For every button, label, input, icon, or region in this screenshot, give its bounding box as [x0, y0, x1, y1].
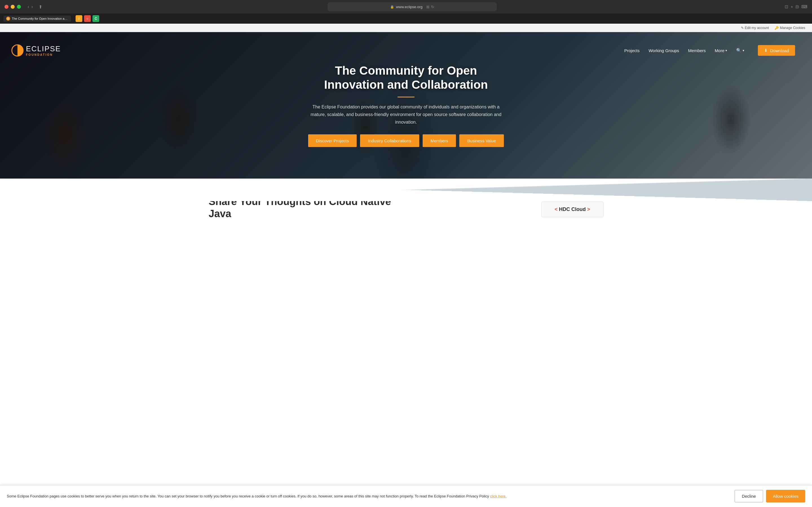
below-fold-title: Share Your Thoughts on Cloud NativeJava [209, 195, 530, 220]
hero-buttons: Discover Projects Industry Collaboration… [305, 134, 507, 147]
business-value-label: Business Value [467, 138, 496, 143]
hero-content: The Community for Open Innovation and Co… [299, 64, 513, 147]
tab-icon-green[interactable]: C [93, 15, 99, 22]
below-fold-section: Share Your Thoughts on Cloud NativeJava … [0, 179, 812, 234]
key-icon: 🔑 [774, 26, 779, 30]
nav-members-label: Members [688, 48, 706, 53]
download-button[interactable]: ⬇ Download [758, 45, 795, 56]
nav-working-groups-label: Working Groups [649, 48, 679, 53]
below-fold-inner: Share Your Thoughts on Cloud NativeJava … [209, 195, 603, 223]
main-navigation: ECLIPSE FOUNDATION Projects Working Grou… [0, 41, 812, 60]
discover-projects-label: Discover Projects [316, 138, 349, 143]
logo-icon [11, 44, 24, 57]
nav-links: Projects Working Groups Members More ▾ 🔍… [624, 45, 795, 56]
ad-content: HDC Cloud [559, 207, 587, 212]
edit-account-link[interactable]: ✎ Edit my account [741, 26, 769, 30]
back-button[interactable]: ‹ [28, 4, 29, 9]
industry-collaborations-label: Industry Collaborations [368, 138, 411, 143]
forward-button[interactable]: › [31, 4, 33, 9]
business-value-button[interactable]: Business Value [459, 134, 504, 147]
members-button[interactable]: Members [423, 134, 456, 147]
nav-projects-label: Projects [624, 48, 640, 53]
lock-icon: 🔒 [390, 5, 394, 9]
nav-projects[interactable]: Projects [624, 48, 640, 53]
share-icon[interactable]: ⬆ [39, 4, 42, 10]
website-wrapper: ✎ Edit my account 🔑 Manage Cookies ECLIP… [0, 24, 812, 234]
hero-divider [398, 97, 414, 98]
site-logo[interactable]: ECLIPSE FOUNDATION [11, 44, 61, 57]
minimize-button[interactable] [11, 5, 15, 9]
keyboard-icon[interactable]: ⌨ [801, 4, 808, 9]
utility-bar: ✎ Edit my account 🔑 Manage Cookies [0, 24, 812, 32]
download-icon: ⬇ [764, 48, 768, 53]
logo-eclipse-text: ECLIPSE [26, 45, 61, 53]
sidebar-toggle-icon[interactable]: ⊟ [795, 4, 799, 9]
manage-cookies-label: Manage Cookies [780, 26, 805, 30]
tab-favicon: E [6, 17, 10, 20]
below-fold-title-line2: Java [209, 208, 231, 219]
hero-title: The Community for Open Innovation and Co… [305, 64, 507, 92]
nav-members[interactable]: Members [688, 48, 706, 53]
window-controls [4, 5, 21, 9]
browser-actions: ⊡ + ⊟ ⌨ [784, 4, 808, 9]
search-icon: 🔍 [736, 48, 742, 53]
nav-working-groups[interactable]: Working Groups [649, 48, 679, 53]
close-button[interactable] [4, 5, 8, 9]
browser-chrome: ‹ › ⬆ 🔒 www.eclipse.org ⊞ ↻ ⊡ + ⊟ ⌨ [0, 0, 812, 13]
hero-description: The Eclipse Foundation provides our glob… [305, 103, 507, 126]
address-bar[interactable]: 🔒 www.eclipse.org ⊞ ↻ [327, 2, 497, 11]
new-tab-icon[interactable]: + [791, 4, 793, 9]
members-label: Members [430, 138, 448, 143]
reload-icon[interactable]: ↻ [431, 5, 434, 9]
logo-text-group: ECLIPSE FOUNDATION [26, 45, 61, 56]
share-icon-area: ⬆ [39, 4, 42, 10]
tab-icon-red[interactable]: ○ [84, 15, 91, 22]
discover-projects-button[interactable]: Discover Projects [308, 134, 357, 147]
below-fold-title-text: Share Your Thoughts on Cloud NativeJava [209, 196, 391, 219]
reader-icon[interactable]: ⊞ [426, 5, 429, 9]
edit-icon: ✎ [741, 26, 744, 30]
tab-icon-yellow[interactable]: i [75, 15, 82, 22]
chevron-down-icon-search: ▾ [743, 49, 744, 52]
ad-text: < HDC Cloud > [546, 207, 599, 212]
nav-more-label: More [715, 48, 724, 53]
active-tab[interactable]: E The Community for Open Innovation and … [3, 15, 71, 22]
industry-collaborations-button[interactable]: Industry Collaborations [360, 134, 419, 147]
url-text: www.eclipse.org [396, 5, 422, 9]
download-label: Download [770, 48, 789, 53]
maximize-button[interactable] [17, 5, 21, 9]
sponsored-sidebar: Sponsored Ad < HDC Cloud > [541, 195, 603, 223]
hero-section: ECLIPSE FOUNDATION Projects Working Grou… [0, 32, 812, 179]
screen-cast-icon[interactable]: ⊡ [784, 4, 788, 9]
ad-lt: < [555, 207, 558, 212]
edit-account-label: Edit my account [745, 26, 769, 30]
sponsored-label: Sponsored Ad [541, 195, 603, 200]
tab-icons-bar: i ○ C [75, 15, 99, 22]
manage-cookies-link[interactable]: 🔑 Manage Cookies [774, 26, 805, 30]
chevron-down-icon: ▾ [725, 49, 727, 52]
nav-more[interactable]: More ▾ [715, 48, 727, 53]
below-fold-main: Share Your Thoughts on Cloud NativeJava [209, 195, 530, 223]
logo-foundation-text: FOUNDATION [26, 53, 61, 56]
ad-gt: > [587, 207, 591, 212]
browser-navigation: ‹ › [28, 4, 33, 9]
nav-search[interactable]: 🔍 ▾ [736, 48, 744, 53]
tab-title: The Community for Open Innovation and Co… [12, 17, 68, 20]
ad-box[interactable]: < HDC Cloud > [541, 202, 603, 217]
browser-tabs-bar: E The Community for Open Innovation and … [0, 13, 812, 24]
